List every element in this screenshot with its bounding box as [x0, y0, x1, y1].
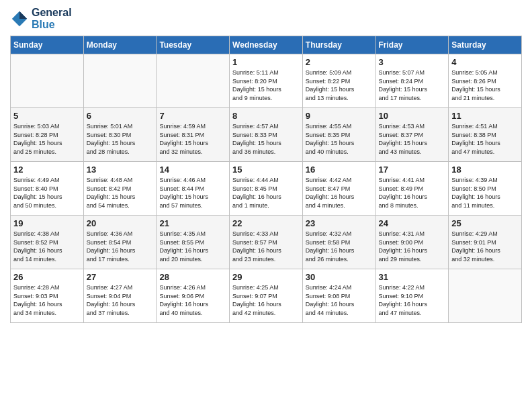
week-row-4: 19Sunrise: 4:38 AM Sunset: 8:52 PM Dayli…: [11, 216, 522, 269]
calendar-cell: [11, 54, 84, 108]
day-number: 8: [232, 111, 300, 121]
calendar-table: SundayMondayTuesdayWednesdayThursdayFrid…: [10, 36, 522, 323]
day-info: Sunrise: 4:55 AM Sunset: 8:35 PM Dayligh…: [306, 122, 373, 156]
calendar-cell: 31Sunrise: 4:22 AM Sunset: 9:10 PM Dayli…: [375, 269, 449, 323]
week-row-2: 5Sunrise: 5:03 AM Sunset: 8:28 PM Daylig…: [11, 108, 522, 162]
logo-icon: [10, 9, 29, 28]
day-info: Sunrise: 4:49 AM Sunset: 8:40 PM Dayligh…: [13, 176, 81, 210]
day-info: Sunrise: 4:59 AM Sunset: 8:31 PM Dayligh…: [159, 122, 226, 156]
day-number: 15: [232, 165, 300, 175]
day-number: 14: [159, 165, 226, 175]
day-header-row: SundayMondayTuesdayWednesdayThursdayFrid…: [11, 36, 522, 54]
day-number: 2: [306, 57, 373, 67]
calendar-cell: 23Sunrise: 4:32 AM Sunset: 8:58 PM Dayli…: [302, 216, 375, 269]
logo-text: General Blue: [32, 7, 72, 30]
calendar-cell: 20Sunrise: 4:36 AM Sunset: 8:54 PM Dayli…: [83, 216, 157, 269]
calendar-cell: 17Sunrise: 4:41 AM Sunset: 8:49 PM Dayli…: [375, 162, 449, 216]
calendar-cell: 10Sunrise: 4:53 AM Sunset: 8:37 PM Dayli…: [375, 108, 449, 162]
day-number: 21: [159, 218, 226, 228]
calendar-cell: [449, 269, 522, 323]
day-info: Sunrise: 4:33 AM Sunset: 8:57 PM Dayligh…: [232, 230, 300, 263]
day-info: Sunrise: 5:03 AM Sunset: 8:28 PM Dayligh…: [13, 122, 81, 156]
calendar-cell: 4Sunrise: 5:05 AM Sunset: 8:26 PM Daylig…: [449, 54, 522, 108]
calendar-cell: 6Sunrise: 5:01 AM Sunset: 8:30 PM Daylig…: [83, 108, 157, 162]
day-number: 25: [451, 218, 519, 228]
day-number: 24: [379, 218, 446, 228]
day-number: 30: [306, 272, 373, 282]
day-number: 11: [451, 111, 519, 121]
day-info: Sunrise: 5:11 AM Sunset: 8:20 PM Dayligh…: [232, 68, 300, 102]
calendar-cell: 11Sunrise: 4:51 AM Sunset: 8:38 PM Dayli…: [449, 108, 522, 162]
day-info: Sunrise: 4:35 AM Sunset: 8:55 PM Dayligh…: [159, 230, 226, 263]
day-info: Sunrise: 4:25 AM Sunset: 9:07 PM Dayligh…: [232, 283, 300, 317]
day-info: Sunrise: 4:42 AM Sunset: 8:47 PM Dayligh…: [306, 176, 373, 210]
calendar-cell: 21Sunrise: 4:35 AM Sunset: 8:55 PM Dayli…: [157, 216, 230, 269]
day-info: Sunrise: 4:24 AM Sunset: 9:08 PM Dayligh…: [306, 283, 373, 317]
day-info: Sunrise: 4:46 AM Sunset: 8:44 PM Dayligh…: [159, 176, 226, 210]
day-number: 12: [13, 165, 81, 175]
day-number: 29: [232, 272, 300, 282]
day-header-sunday: Sunday: [11, 36, 84, 54]
day-header-monday: Monday: [83, 36, 157, 54]
day-number: 13: [87, 165, 154, 175]
day-number: 28: [159, 272, 226, 282]
calendar-cell: 8Sunrise: 4:57 AM Sunset: 8:33 PM Daylig…: [230, 108, 303, 162]
calendar-cell: 22Sunrise: 4:33 AM Sunset: 8:57 PM Dayli…: [230, 216, 303, 269]
day-number: 10: [379, 111, 446, 121]
day-info: Sunrise: 4:29 AM Sunset: 9:01 PM Dayligh…: [451, 230, 519, 263]
day-info: Sunrise: 4:36 AM Sunset: 8:54 PM Dayligh…: [87, 230, 154, 263]
day-info: Sunrise: 4:32 AM Sunset: 8:58 PM Dayligh…: [306, 230, 373, 263]
day-info: Sunrise: 4:39 AM Sunset: 8:50 PM Dayligh…: [451, 176, 519, 210]
calendar-cell: 9Sunrise: 4:55 AM Sunset: 8:35 PM Daylig…: [302, 108, 375, 162]
day-info: Sunrise: 4:57 AM Sunset: 8:33 PM Dayligh…: [232, 122, 300, 156]
day-info: Sunrise: 5:07 AM Sunset: 8:24 PM Dayligh…: [379, 68, 446, 102]
day-info: Sunrise: 4:48 AM Sunset: 8:42 PM Dayligh…: [87, 176, 154, 210]
day-number: 9: [306, 111, 373, 121]
calendar-cell: 29Sunrise: 4:25 AM Sunset: 9:07 PM Dayli…: [230, 269, 303, 323]
calendar-cell: 3Sunrise: 5:07 AM Sunset: 8:24 PM Daylig…: [375, 54, 449, 108]
day-info: Sunrise: 4:53 AM Sunset: 8:37 PM Dayligh…: [379, 122, 446, 156]
day-number: 18: [451, 165, 519, 175]
day-info: Sunrise: 4:31 AM Sunset: 9:00 PM Dayligh…: [379, 230, 446, 263]
day-number: 27: [87, 272, 154, 282]
day-info: Sunrise: 4:22 AM Sunset: 9:10 PM Dayligh…: [379, 283, 446, 317]
day-header-friday: Friday: [375, 36, 449, 54]
day-header-thursday: Thursday: [302, 36, 375, 54]
day-info: Sunrise: 4:44 AM Sunset: 8:45 PM Dayligh…: [232, 176, 300, 210]
calendar-cell: 30Sunrise: 4:24 AM Sunset: 9:08 PM Dayli…: [302, 269, 375, 323]
calendar-cell: 14Sunrise: 4:46 AM Sunset: 8:44 PM Dayli…: [157, 162, 230, 216]
calendar-cell: 19Sunrise: 4:38 AM Sunset: 8:52 PM Dayli…: [11, 216, 84, 269]
calendar-cell: 25Sunrise: 4:29 AM Sunset: 9:01 PM Dayli…: [449, 216, 522, 269]
calendar-cell: 7Sunrise: 4:59 AM Sunset: 8:31 PM Daylig…: [157, 108, 230, 162]
day-number: 5: [13, 111, 81, 121]
calendar-cell: 2Sunrise: 5:09 AM Sunset: 8:22 PM Daylig…: [302, 54, 375, 108]
calendar-cell: 28Sunrise: 4:26 AM Sunset: 9:06 PM Dayli…: [157, 269, 230, 323]
day-header-saturday: Saturday: [449, 36, 522, 54]
calendar-cell: [157, 54, 230, 108]
day-info: Sunrise: 4:26 AM Sunset: 9:06 PM Dayligh…: [159, 283, 226, 317]
day-number: 31: [379, 272, 446, 282]
day-number: 16: [306, 165, 373, 175]
day-number: 17: [379, 165, 446, 175]
calendar-cell: [83, 54, 157, 108]
day-number: 7: [159, 111, 226, 121]
calendar-cell: 26Sunrise: 4:28 AM Sunset: 9:03 PM Dayli…: [11, 269, 84, 323]
day-number: 22: [232, 218, 300, 228]
week-row-1: 1Sunrise: 5:11 AM Sunset: 8:20 PM Daylig…: [11, 54, 522, 108]
calendar-cell: 16Sunrise: 4:42 AM Sunset: 8:47 PM Dayli…: [302, 162, 375, 216]
day-number: 3: [379, 57, 446, 67]
day-info: Sunrise: 4:51 AM Sunset: 8:38 PM Dayligh…: [451, 122, 519, 156]
day-number: 20: [87, 218, 154, 228]
header: General Blue: [10, 7, 522, 30]
day-number: 19: [13, 218, 81, 228]
day-info: Sunrise: 4:27 AM Sunset: 9:04 PM Dayligh…: [87, 283, 154, 317]
page: General Blue SundayMondayTuesdayWednesda…: [0, 0, 532, 411]
day-info: Sunrise: 5:09 AM Sunset: 8:22 PM Dayligh…: [306, 68, 373, 102]
week-row-5: 26Sunrise: 4:28 AM Sunset: 9:03 PM Dayli…: [11, 269, 522, 323]
calendar-cell: 24Sunrise: 4:31 AM Sunset: 9:00 PM Dayli…: [375, 216, 449, 269]
svg-marker-1: [19, 11, 27, 18]
day-number: 23: [306, 218, 373, 228]
day-info: Sunrise: 4:41 AM Sunset: 8:49 PM Dayligh…: [379, 176, 446, 210]
day-number: 1: [232, 57, 300, 67]
day-header-wednesday: Wednesday: [230, 36, 303, 54]
